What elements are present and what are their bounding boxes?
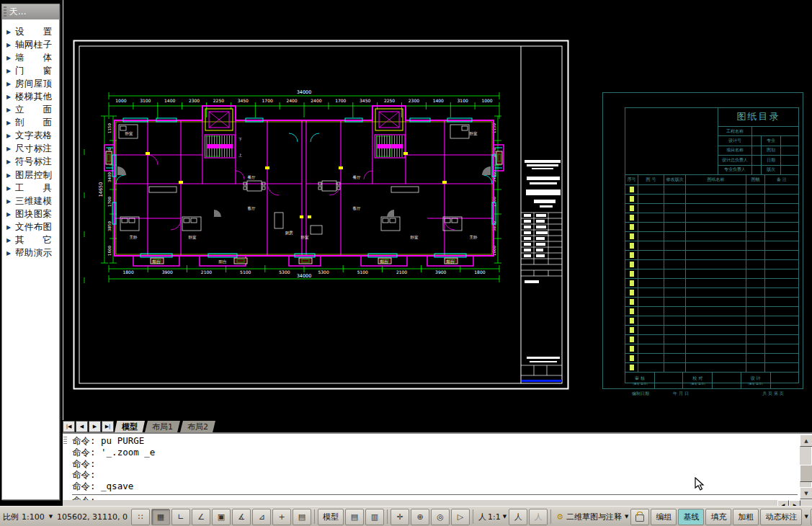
submenu-arrow-icon: ▶: [6, 146, 15, 152]
field-major-label: 专业: [762, 136, 781, 145]
field-item-label: 项目名称: [718, 146, 752, 155]
quick-properties-toggle[interactable]: ▤: [293, 509, 311, 525]
palette-menu-item[interactable]: ▶ 剖面: [2, 117, 59, 130]
snap-toggle[interactable]: ∷: [131, 509, 150, 525]
group-toggle[interactable]: 编组: [651, 509, 677, 525]
catalog-footer: 审 核(签名 盖章) 校 对(签名 盖章) 设 计(签名 盖章): [625, 373, 798, 389]
scale-dropdown-icon[interactable]: ▼: [48, 514, 54, 520]
palette-menu-item[interactable]: ▶ 轴网柱子: [2, 38, 59, 51]
palette-menu-item[interactable]: ▶ 楼梯其他: [2, 90, 59, 103]
tab-nav-last[interactable]: ▶|: [102, 421, 114, 432]
catalog-table-row: [625, 298, 798, 307]
command-window[interactable]: 命令: pu PURGE命令: '_.zoom _e命令:命令:命令: _qsa…: [63, 432, 812, 507]
quick-view-layouts-button[interactable]: ▤: [345, 509, 364, 525]
tab-layout2[interactable]: 布局2: [180, 421, 215, 432]
palette-menu-item[interactable]: ▶ 其它: [2, 234, 59, 247]
title-strip-blue-bar: [522, 380, 562, 382]
catalog-table-row: [625, 204, 798, 213]
quick-view-drawings-button[interactable]: ▥: [365, 509, 384, 525]
svg-text:餐厅: 餐厅: [248, 175, 256, 179]
command-scrollbar[interactable]: ▲ ▼: [800, 434, 811, 499]
scale-value[interactable]: 1:100: [22, 512, 48, 522]
steering-wheel-icon: ◎: [437, 512, 444, 522]
overall-left-dim: 14650: [98, 182, 104, 197]
field-design-no-label: 设计号: [718, 136, 752, 145]
scroll-up-icon[interactable]: ▲: [800, 434, 812, 447]
palette-title-bar[interactable]: 天...: [2, 4, 59, 19]
fill-toggle[interactable]: 填充: [705, 509, 731, 525]
bold-toggle[interactable]: 加粗: [733, 509, 759, 525]
tab-nav-prev[interactable]: ◀: [76, 421, 88, 432]
palette-menu-item[interactable]: ▶ 墙体: [2, 51, 59, 64]
dyn-toggle[interactable]: +: [272, 509, 291, 525]
palette-menu-item[interactable]: ▶ 图层控制: [2, 169, 59, 182]
osnap-toggle[interactable]: ▣: [212, 509, 231, 525]
submenu-arrow-icon: ▶: [6, 237, 15, 244]
ducs-toggle[interactable]: ⊿: [252, 509, 271, 525]
tab-nav-next[interactable]: ▶: [89, 421, 101, 432]
pan-button[interactable]: ✛: [391, 509, 409, 525]
stair-up-label: 上: [238, 153, 242, 157]
showmotion-button[interactable]: ▷: [451, 509, 470, 525]
tab-nav-first[interactable]: |◀: [63, 421, 75, 432]
annotation-autoscale-button[interactable]: 人: [529, 509, 548, 525]
palette-menu-item-label: 帮助演示: [15, 247, 52, 259]
annotation-scale-dropdown-icon[interactable]: ▼: [501, 514, 508, 520]
palette-menu-item[interactable]: ▶ 文字表格: [2, 130, 59, 143]
palette-grip[interactable]: [4, 6, 6, 17]
catalog-table-row: [625, 269, 798, 279]
scrollbar-thumb[interactable]: [800, 465, 812, 482]
tab-model[interactable]: 模型: [115, 421, 145, 432]
command-window-grip[interactable]: [63, 437, 67, 445]
palette-menu-item[interactable]: ▶ 门窗: [2, 64, 59, 77]
palette-menu-item[interactable]: ▶ 帮助演示: [2, 247, 59, 260]
tab-layout1[interactable]: 布局1: [145, 421, 180, 432]
workspace-dropdown-icon[interactable]: ▼: [623, 514, 630, 520]
palette-menu-item[interactable]: ▶ 三维建模: [2, 195, 59, 208]
palette-menu-item[interactable]: ▶ 立面: [2, 104, 59, 117]
door-arcs-cyan: [116, 133, 492, 184]
status-overflow-icon[interactable]: ▼: [803, 514, 809, 520]
command-history-line: 命令:: [72, 469, 798, 481]
palette-menu-item-label: 符号标注: [15, 156, 52, 168]
palette-menu: ▶ 设置 ▶ 轴网柱子 ▶ 墙体 ▶ 门窗: [2, 19, 59, 260]
palette-menu-item[interactable]: ▶ 工具: [2, 182, 59, 195]
workspace-switcher[interactable]: 二维草图与注释: [565, 512, 623, 522]
catalog-table-row: [625, 288, 798, 298]
polar-toggle[interactable]: ∠: [192, 509, 210, 525]
palette-menu-item[interactable]: ▶ 文件布图: [2, 220, 59, 233]
zoom-button[interactable]: ⊕: [411, 509, 429, 525]
catalog-table: 图纸目录 工程名称 设计号 专业 项目名称: [625, 107, 799, 383]
row-marker-square: [630, 290, 634, 295]
field-project-label: 工程名称: [718, 127, 752, 135]
field-date-value: [781, 156, 798, 164]
row-marker-square: [630, 346, 634, 352]
ortho-toggle[interactable]: ∟: [171, 509, 190, 525]
catalog-table-row: [625, 279, 798, 288]
svg-text:卧室: 卧室: [125, 131, 134, 135]
otrack-toggle[interactable]: ∡: [232, 509, 251, 525]
baseline-toggle[interactable]: 基线: [678, 509, 704, 525]
dynamic-dim-toggle[interactable]: 动态标注: [760, 509, 802, 525]
palette-menu-item[interactable]: ▶ 房间屋顶: [2, 77, 59, 90]
model-space-button[interactable]: 模型: [318, 509, 344, 525]
drawing-catalog-sheet: 图纸目录 工程名称 设计号 专业 项目名称: [602, 92, 803, 389]
grid-toggle[interactable]: ▦: [151, 509, 170, 525]
annotation-scale-value[interactable]: 1:1: [487, 512, 501, 522]
palette-menu-item[interactable]: ▶ 尺寸标注: [2, 143, 59, 156]
submenu-arrow-icon: ▶: [6, 81, 15, 87]
palette-menu-item[interactable]: ▶ 符号标注: [2, 156, 59, 169]
palette-menu-item[interactable]: ▶ 图块图案: [2, 208, 59, 220]
submenu-arrow-icon: ▶: [6, 94, 15, 100]
title-strip-blocks: [525, 160, 561, 208]
steering-wheel-button[interactable]: ◎: [431, 509, 450, 525]
palette-menu-item[interactable]: ▶ 设置: [2, 25, 59, 38]
coordinates-display[interactable]: 105602, 31110, 0: [54, 512, 130, 522]
drawing-canvas[interactable]: 34000 34000 14650 1150 3050 3400 1700 38…: [63, 0, 812, 422]
scroll-down-icon[interactable]: ▼: [800, 487, 812, 499]
submenu-arrow-icon: ▶: [6, 172, 15, 179]
annotation-visibility-button[interactable]: 人: [509, 509, 527, 525]
lock-ui-button[interactable]: [630, 509, 649, 525]
annotation-visibility-icon: 人: [514, 512, 522, 522]
catalog-table-row: [625, 260, 798, 269]
